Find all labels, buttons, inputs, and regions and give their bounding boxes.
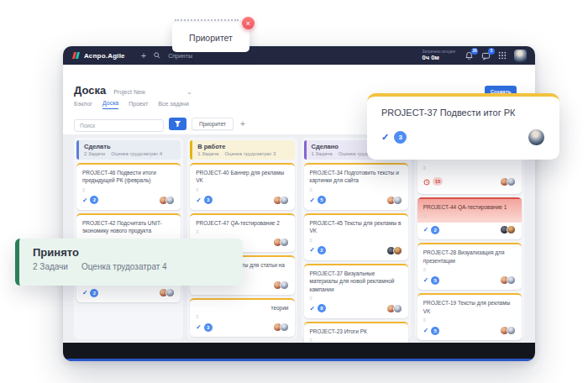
tab-all-tasks[interactable]: Все задачи <box>158 101 189 109</box>
time-value: 0ч 0м <box>423 54 455 61</box>
messages-icon[interactable]: 5 <box>481 51 491 60</box>
avatar <box>280 238 289 247</box>
window-bottom-strip <box>63 343 535 361</box>
tab-board[interactable]: Доска <box>102 100 118 109</box>
description-icon: ≡ <box>82 187 175 192</box>
topbar: Аспро.Agile + Спринты Затрачено сегодня … <box>63 46 535 65</box>
task-title: PROJECT-19 Тексты для рекламы VK <box>423 299 516 315</box>
task-title: PROJECT-44 QA-тестирование 1 <box>423 203 516 211</box>
column-title: В работе <box>197 143 289 150</box>
task-card[interactable]: PROJECT-34 Подготовить тексты и картинки… <box>304 163 408 210</box>
page-header: Доска Project New ⌄ <box>74 84 192 97</box>
search-icon[interactable] <box>154 52 160 59</box>
add-menu-icon[interactable]: + <box>141 51 146 60</box>
task-title: теории <box>196 304 288 312</box>
check-icon: ✓ <box>423 227 428 233</box>
funnel-icon <box>174 120 181 128</box>
tab-backlog[interactable]: Бэклог <box>74 101 92 109</box>
messages-badge: 5 <box>488 48 495 55</box>
time-tracker[interactable]: Затрачено сегодня 0ч 0м <box>423 50 455 62</box>
overdue-clock-icon <box>423 174 430 189</box>
column-header-todo: Сделать 2 ЗадачиОценка трудозатрат 4 <box>76 140 181 160</box>
description-icon: ≡ <box>423 165 516 171</box>
avatar <box>280 281 289 290</box>
avatar <box>280 196 289 205</box>
accepted-score: Оценка трудозатрат 4 <box>81 262 167 271</box>
priority-filter-chip[interactable]: Приоритет <box>192 118 234 130</box>
check-icon: ✓ <box>423 277 428 284</box>
check-icon: ✓ <box>196 324 201 331</box>
page-title: Доска <box>74 84 106 97</box>
task-count-badge: 2 <box>90 289 98 297</box>
task-count-badge: 5 <box>431 327 439 335</box>
check-icon: ✓ <box>82 290 87 296</box>
task-detail-popup[interactable]: PROJECT-37 Подвести итог РК ✓ 3 <box>367 93 559 160</box>
avatar <box>507 275 516 285</box>
app-logo[interactable]: Аспро.Agile <box>71 51 125 60</box>
project-selector[interactable]: Project New ⌄ <box>113 88 192 96</box>
description-icon: ≡ <box>423 267 516 272</box>
page: Аспро.Agile + Спринты Затрачено сегодня … <box>0 0 588 383</box>
column-task-count: 1 Задача <box>312 151 333 156</box>
check-icon: ✓ <box>310 306 315 312</box>
nav-sprints[interactable]: Спринты <box>168 53 192 59</box>
accepted-title: Принято <box>33 246 243 259</box>
avatar <box>165 196 175 205</box>
task-title: PROJECT-45 Тексты для рекламы в VK <box>310 219 402 235</box>
task-title: PROJECT-37 Визуальные материалы для ново… <box>310 270 402 293</box>
column-header-in-progress: В работе 1 ЗадачаОценка трудозатрат 3 <box>190 140 294 160</box>
description-icon: ≡ <box>196 314 288 319</box>
task-count-badge: 2 <box>431 226 439 234</box>
check-icon: ✓ <box>82 197 87 204</box>
task-card[interactable]: PROJECT-40 Баннер для рекламы VK≡ ✓3 <box>190 163 294 210</box>
task-title: PROJECT-46 Подвести итоги предыдущей РК … <box>82 169 175 185</box>
task-card[interactable]: PROJECT-28 Визуализация для презентации≡… <box>417 243 522 290</box>
check-icon: ✓ <box>381 133 389 142</box>
task-count-badge: 2 <box>318 246 326 254</box>
avatar <box>507 326 516 335</box>
task-card[interactable]: PROJECT-37 Визуальные материалы для ново… <box>304 264 408 318</box>
bell-badge: 26 <box>471 48 478 55</box>
avatar <box>393 196 402 205</box>
tab-project[interactable]: Проект <box>129 101 148 109</box>
column-score: Оценка трудозатрат 3 <box>224 151 276 156</box>
accepted-column-popup: Принято 2 Задачи Оценка трудозатрат 4 <box>15 239 243 286</box>
task-count-badge: 8 <box>318 304 326 312</box>
add-filter-button[interactable]: + <box>240 118 245 130</box>
task-title: PROJECT-23 Итоги РК <box>310 328 402 335</box>
description-icon: ≡ <box>310 187 402 192</box>
column-score: Оценка трудозатрат 4 <box>111 151 162 156</box>
check-icon: ✓ <box>310 197 315 204</box>
task-card[interactable]: PROJECT-45 Тексты для рекламы в VK≡ ✓2 <box>304 213 408 260</box>
description-icon: ≡ <box>310 238 402 243</box>
avatar <box>280 323 289 332</box>
user-avatar[interactable] <box>514 50 527 62</box>
notifications-bell-icon[interactable]: 26 <box>465 51 474 60</box>
avatar <box>507 225 516 234</box>
close-icon[interactable]: × <box>242 17 255 29</box>
filter-row: Приоритет + <box>74 116 245 132</box>
search-input[interactable] <box>74 119 164 132</box>
column-task-count: 1 Задача <box>197 151 218 156</box>
tooltip-text: Приоритет <box>189 33 233 43</box>
apps-grid-icon[interactable] <box>498 51 507 60</box>
task-count-badge: 3 <box>204 323 213 332</box>
task-card[interactable]: теории≡ ✓3 <box>190 298 294 337</box>
check-icon: ✓ <box>310 247 315 254</box>
description-icon: ≡ <box>196 187 288 192</box>
task-card-highlighted[interactable]: PROJECT-44 QA-тестирование 1≡ ✓2 <box>417 197 522 239</box>
description-icon: ≡ <box>196 229 288 234</box>
task-title: PROJECT-40 Баннер для рекламы VK <box>196 169 288 185</box>
avatar <box>393 246 402 255</box>
avatar <box>165 288 175 297</box>
priority-tooltip: Приоритет × <box>172 23 249 52</box>
task-card[interactable]: PROJECT-23 Итоги РК≡ ✓5 <box>304 322 408 343</box>
task-count-badge: 3 <box>204 196 213 204</box>
task-count-badge: 2 <box>90 196 98 204</box>
project-name: Project New <box>113 89 145 95</box>
check-icon: ✓ <box>423 328 428 334</box>
filter-button[interactable] <box>169 118 186 130</box>
task-card[interactable]: PROJECT-46 Подвести итоги предыдущей РК … <box>76 163 181 210</box>
task-card[interactable]: PROJECT-19 Тексты для рекламы VK≡ ✓5 <box>417 293 522 340</box>
description-icon: ≡ <box>423 213 516 218</box>
